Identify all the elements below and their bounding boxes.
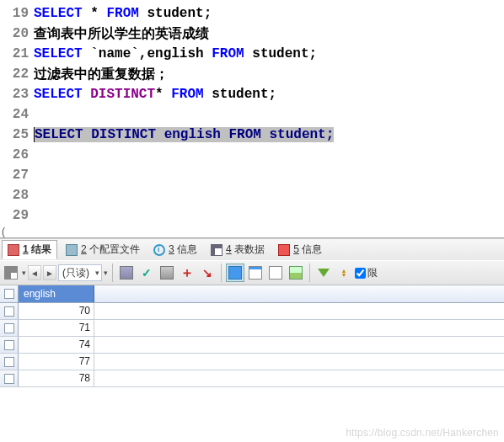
cell-english[interactable]: 78 [19,370,94,386]
tab-3信息[interactable]: 3 信息 [148,241,202,258]
line-number: 27 [0,165,29,185]
line-number: 28 [0,185,29,205]
line-number: 26 [0,145,29,165]
cell-english[interactable]: 77 [19,354,94,370]
tab-5信息[interactable]: 5 信息 [273,241,327,258]
tb-dropdown-arrow[interactable]: ▾ [22,269,26,277]
code-line[interactable]: SELECT DISTINCT* FROM student; [34,84,504,104]
delete-button[interactable] [158,264,176,282]
grid-mode-icon[interactable] [2,264,20,282]
code-line[interactable] [34,205,504,226]
result-tabs: 1 结果2 个配置文件3 信息4 表数据5 信息 [0,238,504,260]
results-toolbar: ▾ ◄ ► (只读) ▾ ✓ ＋ ↘ ▲▼ 限 [0,260,504,285]
sort-button[interactable]: ▲▼ [335,264,353,282]
cell-english[interactable]: 71 [19,320,94,336]
separator [112,264,113,282]
status-bar-fragment: ( [0,226,504,238]
code-line[interactable] [34,104,504,125]
code-line[interactable]: SELECT DISTINCT english FROM student; [34,125,504,145]
code-area[interactable]: SELECT * FROM student;查询表中所以学生的英语成绩SELEC… [34,3,504,226]
commit-button[interactable]: ✓ [137,264,156,282]
nav-next-button[interactable]: ► [43,265,56,280]
code-line[interactable]: 过滤表中的重复数据； [34,64,504,84]
code-line[interactable]: SELECT `name`,english FROM student; [34,44,504,64]
row-header[interactable] [0,320,19,336]
tb-dropdown-arrow-2[interactable]: ▾ [104,269,108,277]
line-number: 23 [0,84,29,104]
cell-english[interactable]: 70 [19,303,94,319]
limit-label: 限 [367,266,378,280]
tab-1结果[interactable]: 1 结果 [2,240,57,259]
insert-button[interactable]: ↘ [198,264,217,282]
ico-info [153,244,165,256]
ico-file [66,244,78,256]
separator [309,264,310,282]
row-header[interactable] [0,337,19,353]
readonly-select[interactable]: (只读) [58,264,102,281]
tab-label: 5 信息 [293,242,322,257]
table-row[interactable]: 77 [0,354,504,370]
add-row-button[interactable]: ＋ [178,264,196,282]
row-header[interactable] [0,354,19,370]
tab-2个配置文件[interactable]: 2 个配置文件 [61,241,145,258]
code-line[interactable]: SELECT * FROM student; [34,3,504,24]
code-line[interactable] [34,165,504,185]
limit-checkbox-input[interactable] [355,268,366,279]
view-image-button[interactable] [287,264,305,282]
limit-checkbox[interactable]: 限 [355,266,378,280]
line-number: 20 [0,24,29,44]
view-text-button[interactable] [266,264,285,282]
separator [221,264,222,282]
view-grid-button[interactable] [226,264,244,282]
table-row[interactable]: 71 [0,320,504,337]
corner-cell[interactable] [0,285,19,302]
line-number: 22 [0,64,29,84]
ico-msg [278,244,290,256]
nav-prev-button[interactable]: ◄ [28,265,41,280]
ico-table [8,244,19,256]
line-number-gutter: 1920212223242526272829 [0,3,34,226]
tab-label: 2 个配置文件 [81,242,140,257]
watermark: https://blog.csdn.net/Hankerchen [346,427,499,439]
tab-label: 3 信息 [169,242,197,257]
column-header-english[interactable]: english [19,285,94,302]
code-line[interactable] [34,185,504,205]
grid-header-row: english [0,285,504,303]
line-number: 19 [0,3,29,24]
code-line[interactable]: 查询表中所以学生的英语成绩 [34,24,504,44]
line-number: 29 [0,205,29,226]
ico-grid [211,244,223,256]
line-number: 21 [0,44,29,64]
table-row[interactable]: 74 [0,337,504,354]
row-header[interactable] [0,370,19,386]
table-row[interactable]: 70 [0,303,504,320]
table-row[interactable]: 78 [0,370,504,387]
save-button[interactable] [117,264,136,282]
tab-label: 4 表数据 [226,242,265,257]
cell-english[interactable]: 74 [19,337,94,353]
tab-label: 1 结果 [23,242,51,257]
line-number: 25 [0,125,29,145]
filter-button[interactable] [314,264,333,282]
code-editor[interactable]: 1920212223242526272829 SELECT * FROM stu… [0,0,504,226]
results-grid[interactable]: english 7071747778 [0,285,504,387]
row-header[interactable] [0,303,19,319]
line-number: 24 [0,104,29,125]
view-form-button[interactable] [246,264,265,282]
code-line[interactable] [34,145,504,165]
tab-4表数据[interactable]: 4 表数据 [206,241,270,258]
